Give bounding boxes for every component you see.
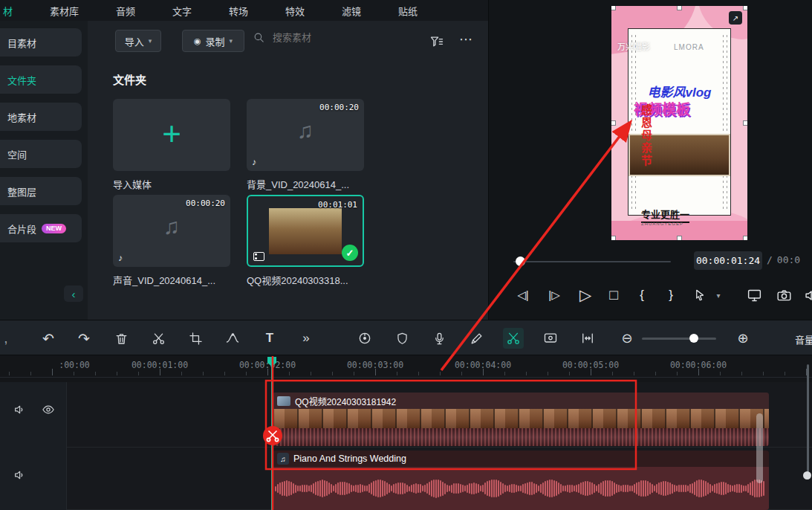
select-tool-button[interactable] [690, 285, 709, 305]
crop-icon [189, 332, 203, 346]
duration-badge: 00:00:20 [186, 198, 225, 208]
selection-handle[interactable] [677, 6, 682, 10]
menu-item-filters[interactable]: 滤镜 [342, 4, 361, 18]
sidebar-item-label: 地素材 [7, 110, 36, 124]
redo-button[interactable]: ↷ [74, 328, 94, 349]
undo-icon: ↶ [42, 330, 54, 347]
menu-item-audio[interactable]: 音频 [116, 4, 135, 18]
select-tool-caret[interactable]: ▾ [709, 285, 728, 305]
annotation-pen-button[interactable] [466, 328, 487, 349]
selection-handle[interactable] [743, 120, 747, 126]
camera-icon [776, 288, 792, 303]
stop-button[interactable]: □ [604, 285, 623, 305]
timeline-zoom-handle[interactable] [689, 334, 698, 343]
split-button[interactable] [503, 328, 524, 349]
delete-button[interactable] [111, 328, 131, 349]
snapshot-button[interactable] [774, 285, 793, 305]
speed-button[interactable] [222, 328, 243, 349]
menu-item-text[interactable]: 文字 [172, 4, 192, 18]
zoom-out-button[interactable]: ⊖ [617, 328, 637, 349]
step-forward-button[interactable]: |▷ [545, 285, 564, 305]
fullscreen-monitor-button[interactable] [744, 285, 764, 305]
selection-handle[interactable] [743, 6, 747, 10]
menu-item-transition[interactable]: 转场 [229, 4, 248, 18]
timeline-video-clip[interactable]: QQ视频20240303181942 [273, 393, 769, 446]
duration-badge: 00:00:20 [319, 103, 359, 112]
screen-record-button[interactable] [540, 328, 561, 349]
undo-button[interactable]: ↶ [38, 328, 59, 349]
media-card-label: 导入媒体 [113, 177, 230, 191]
media-card-voice-audio[interactable]: ♫ ♪ 00:00:20 声音_VID_20240614_... [113, 195, 230, 287]
render-preview-button[interactable] [354, 328, 375, 349]
template-vertical-text: 感恩母亲节 [638, 104, 654, 167]
more-tools-button[interactable]: » [296, 328, 316, 349]
redo-icon: ↷ [78, 330, 90, 347]
cut-button[interactable] [148, 328, 169, 349]
more-button[interactable]: ⋯ [459, 31, 472, 48]
current-time-display: 00:00:01:24 [694, 251, 762, 270]
template-corner-icon: ↗ [729, 11, 742, 25]
selection-handle[interactable] [611, 236, 616, 240]
sidebar-item-project-media[interactable]: 目素材 [0, 28, 82, 57]
menu-item-media[interactable]: 材 [3, 4, 13, 18]
mark-in-icon: { [640, 288, 644, 303]
filter-button[interactable] [429, 34, 444, 49]
selection-handle[interactable] [611, 120, 616, 126]
total-time-partial: 00:0 [777, 254, 800, 265]
media-card-qq-video[interactable]: 00:01:01 ✓ QQ视频20240303318... [247, 195, 364, 287]
track-visibility-eye-icon[interactable] [42, 403, 55, 416]
search-box[interactable] [253, 31, 371, 44]
selection-handle[interactable] [677, 236, 682, 240]
deco-dashes [727, 35, 727, 209]
sidebar-item-adjustment-layer[interactable]: 整图层 [0, 177, 82, 205]
volume-slider-track[interactable] [807, 364, 809, 476]
text-tool-button[interactable]: T [259, 328, 280, 349]
timeline-audio-clip[interactable]: ♫ Piano And Strings Wedding [273, 451, 769, 510]
volume-slider-handle[interactable] [803, 471, 811, 480]
preview-video-canvas[interactable]: 万兴喵影 LMORA 电影风vlog 视频模板 感恩母亲节 专业更胜一 ZHUA… [611, 6, 747, 240]
filter-icon [429, 34, 444, 49]
crop-button[interactable] [185, 328, 206, 349]
deco-dashes [723, 35, 724, 209]
sidebar-item-cloud-space[interactable]: 空间 [0, 140, 82, 168]
media-card-bg-audio[interactable]: ♫ ♪ 00:00:20 背景_VID_20240614_... [247, 99, 364, 191]
track-mute-icon[interactable] [13, 403, 27, 416]
deco-dashes [631, 35, 632, 209]
sidebar-item-local-media[interactable]: 地素材 [0, 103, 82, 131]
zoom-in-button[interactable]: ⊕ [733, 328, 753, 349]
music-note-badge-icon: ♪ [118, 253, 123, 263]
timeline-vertical-scrollbar[interactable] [756, 413, 763, 483]
menu-item-effects[interactable]: 特效 [285, 4, 305, 18]
record-button[interactable]: ◉ 录制 ▾ [182, 30, 244, 52]
mark-out-button[interactable]: } [661, 285, 681, 305]
selection-handle[interactable] [743, 236, 747, 240]
sidebar-collapse-button[interactable]: ‹ [64, 285, 83, 302]
audio-thumb: ♫ ♪ 00:00:20 [247, 99, 364, 171]
timeline: :00:00 00:00:01:00 00:00:02:00 00:00:03:… [0, 355, 812, 510]
menu-item-stickers[interactable]: 贴纸 [398, 4, 418, 18]
split-scissors-icon [506, 331, 521, 346]
previous-frame-button[interactable]: ◁| [513, 285, 533, 305]
mark-in-button[interactable]: { [632, 285, 652, 305]
import-button-label: 导入 [125, 34, 144, 48]
deco-dashes [635, 35, 636, 209]
track-mute-icon[interactable] [13, 468, 27, 482]
import-button[interactable]: 导入 ▾ [115, 30, 161, 52]
ripple-edit-button[interactable] [577, 328, 598, 349]
media-card-import[interactable]: + 导入媒体 [113, 99, 230, 191]
selection-handle[interactable] [611, 6, 616, 10]
mute-button[interactable] [802, 285, 812, 305]
playhead-line[interactable] [271, 365, 273, 510]
sidebar-item-folder[interactable]: 文件夹 [0, 65, 82, 94]
sidebar-item-compound-clip[interactable]: 合片段 NEW [0, 214, 82, 242]
play-button[interactable]: ▷ [576, 285, 595, 305]
preview-seek-handle[interactable] [516, 256, 525, 266]
voiceover-button[interactable] [429, 328, 449, 349]
preview-seek-bar[interactable] [513, 261, 671, 262]
music-note-icon: ♫ [277, 453, 289, 465]
timeline-zoom-slider[interactable] [642, 338, 716, 340]
search-input[interactable] [271, 31, 371, 44]
menu-item-stock[interactable]: 素材库 [50, 4, 79, 18]
copyright-check-button[interactable] [392, 328, 412, 349]
shield-icon [395, 332, 409, 346]
